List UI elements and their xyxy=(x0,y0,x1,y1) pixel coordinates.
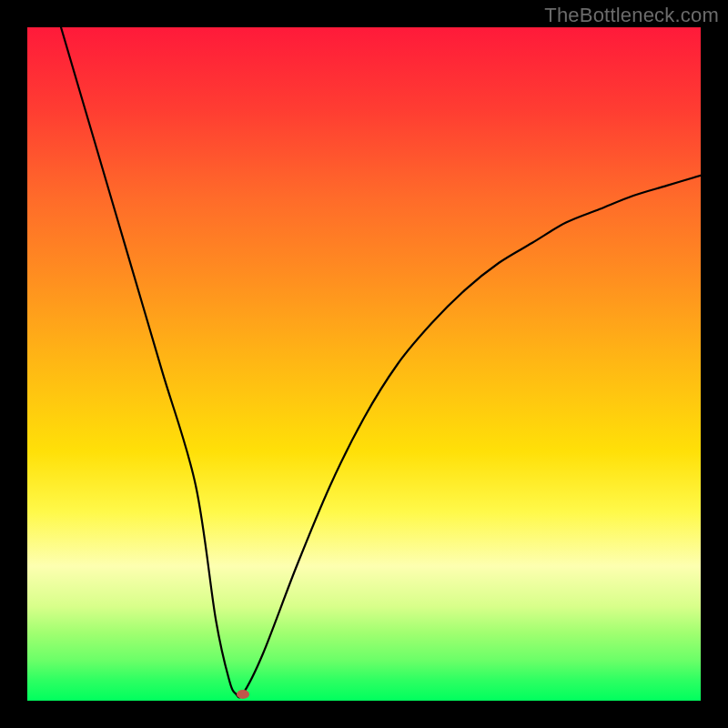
optimal-marker xyxy=(237,690,249,699)
watermark-text: TheBottleneck.com xyxy=(544,4,719,27)
bottleneck-curve xyxy=(61,27,701,698)
plot-area xyxy=(27,27,701,701)
chart-frame: TheBottleneck.com xyxy=(0,0,728,728)
curve-svg xyxy=(27,27,701,701)
